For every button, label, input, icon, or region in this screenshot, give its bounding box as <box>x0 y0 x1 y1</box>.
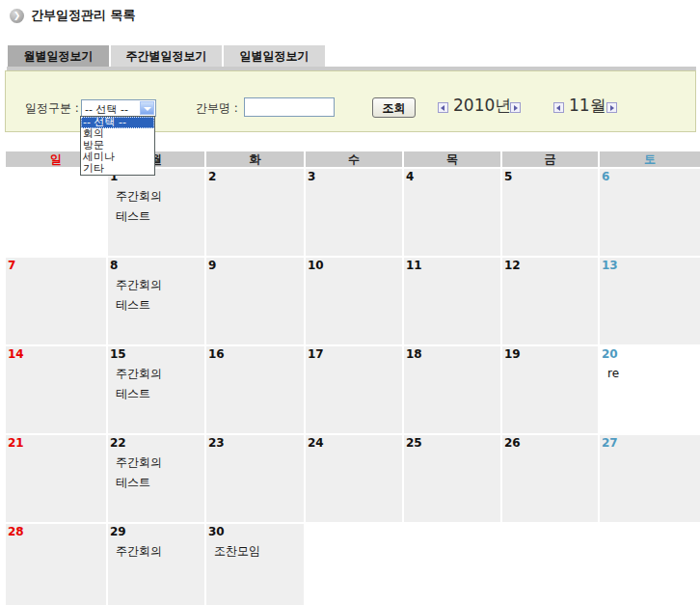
calendar-entry[interactable]: 테스트 <box>108 295 204 316</box>
calendar-cell[interactable]: 28 <box>6 524 106 605</box>
day-header: 화 <box>206 151 304 167</box>
day-number[interactable]: 24 <box>306 435 402 450</box>
day-number[interactable]: 5 <box>502 169 598 183</box>
day-header: 토 <box>600 151 700 167</box>
calendar-cell[interactable]: 14 <box>6 346 106 433</box>
day-number[interactable]: 10 <box>306 258 402 272</box>
calendar-entry[interactable]: 주간회의 <box>108 364 204 384</box>
calendar-entry[interactable]: 테스트 <box>108 206 204 227</box>
day-number[interactable]: 8 <box>108 258 204 272</box>
day-number[interactable]: 9 <box>206 258 304 272</box>
year-display: 2010년 <box>453 95 511 117</box>
day-number[interactable]: 2 <box>206 169 304 183</box>
calendar-cell[interactable]: 8주간회의테스트 <box>108 258 204 344</box>
day-number[interactable]: 19 <box>502 346 598 361</box>
entry-list: 주간회의테스트 <box>108 275 204 316</box>
entry-list: 주간회의테스트 <box>108 186 204 227</box>
day-number[interactable]: 28 <box>6 524 106 538</box>
day-number[interactable]: 16 <box>206 346 304 361</box>
executive-name-input[interactable] <box>244 97 335 117</box>
day-number[interactable]: 26 <box>502 435 598 450</box>
calendar-cell[interactable]: 1주간회의테스트 <box>108 169 204 256</box>
calendar-cell[interactable]: 3 <box>306 169 402 256</box>
calendar-entry[interactable]: 테스트 <box>108 473 204 493</box>
title-row: ❯ 간부일정관리 목록 <box>10 7 136 24</box>
calendar-cell[interactable]: 13 <box>600 258 700 344</box>
day-header: 수 <box>306 151 402 167</box>
name-label: 간부명 : <box>196 100 238 117</box>
day-number[interactable]: 18 <box>404 346 500 361</box>
day-number[interactable]: 6 <box>600 169 700 183</box>
day-number[interactable]: 29 <box>108 524 204 538</box>
day-number[interactable]: 3 <box>306 169 402 183</box>
day-number[interactable]: 27 <box>600 435 700 450</box>
calendar-cell-empty <box>502 524 598 605</box>
tab-daily-view[interactable]: 일별일정보기 <box>224 45 325 67</box>
calendar-cell[interactable]: 16 <box>206 346 304 433</box>
category-label: 일정구분 : <box>25 100 79 117</box>
entry-list: 주간회의 <box>108 541 204 562</box>
calendar-cell[interactable]: 30조찬모임 <box>206 524 304 605</box>
day-number[interactable]: 11 <box>404 258 500 272</box>
prev-month-button[interactable] <box>553 102 564 113</box>
calendar-cell[interactable]: 24 <box>306 435 402 522</box>
calendar-cell[interactable]: 11 <box>404 258 500 344</box>
calendar-entry[interactable]: 테스트 <box>108 384 204 404</box>
next-year-button[interactable] <box>510 102 521 113</box>
tab-weekly-view[interactable]: 주간별일정보기 <box>111 45 222 67</box>
calendar-cell-empty <box>404 524 500 605</box>
category-dropdown-list: -- 선택 --회의방문세미나기타 <box>80 116 155 176</box>
day-number[interactable]: 13 <box>600 258 700 272</box>
calendar-cell[interactable]: 23 <box>206 435 304 522</box>
calendar-entry[interactable]: 주간회의 <box>108 453 204 473</box>
calendar-cell[interactable]: 9 <box>206 258 304 344</box>
category-select[interactable]: -- 선택 -- <box>81 99 156 117</box>
prev-year-button[interactable] <box>438 102 448 113</box>
calendar-cell[interactable]: 7 <box>6 258 106 344</box>
day-number[interactable]: 22 <box>108 435 204 450</box>
day-number[interactable]: 7 <box>6 258 106 272</box>
category-option[interactable]: 기타 <box>81 163 154 175</box>
day-number[interactable]: 17 <box>306 346 402 361</box>
calendar-entry[interactable]: 주간회의 <box>108 186 204 206</box>
entry-list: re <box>600 364 700 384</box>
entry-list: 주간회의테스트 <box>108 453 204 493</box>
entry-list: 조찬모임 <box>206 541 304 562</box>
search-button[interactable]: 조회 <box>372 97 416 118</box>
calendar-cell[interactable]: 4 <box>404 169 500 256</box>
calendar-cell[interactable]: 26 <box>502 435 598 522</box>
calendar-cell[interactable]: 2 <box>206 169 304 256</box>
calendar-cell[interactable]: 17 <box>306 346 402 433</box>
day-number[interactable]: 21 <box>6 435 106 450</box>
calendar-entry[interactable]: re <box>600 364 700 384</box>
calendar-cell[interactable]: 20re <box>600 346 700 433</box>
next-month-button[interactable] <box>606 102 617 113</box>
calendar-entry[interactable]: 조찬모임 <box>206 541 304 562</box>
calendar-cell[interactable]: 29주간회의 <box>108 524 204 605</box>
day-number[interactable]: 14 <box>6 346 106 361</box>
calendar-cell[interactable]: 6 <box>600 169 700 256</box>
calendar-entry[interactable]: 주간회의 <box>108 275 204 295</box>
day-number[interactable]: 30 <box>206 524 304 538</box>
day-number[interactable]: 23 <box>206 435 304 450</box>
tab-monthly-view[interactable]: 월별일정보기 <box>8 45 109 67</box>
calendar-cell-empty <box>600 524 700 605</box>
calendar-cell[interactable]: 18 <box>404 346 500 433</box>
calendar-cell[interactable]: 10 <box>306 258 402 344</box>
calendar-cell[interactable]: 21 <box>6 435 106 522</box>
calendar-cell[interactable]: 19 <box>502 346 598 433</box>
day-number[interactable]: 4 <box>404 169 500 183</box>
calendar-cell[interactable]: 5 <box>502 169 598 256</box>
day-number[interactable]: 12 <box>502 258 598 272</box>
calendar-cell[interactable]: 12 <box>502 258 598 344</box>
dropdown-arrow-icon[interactable] <box>140 101 154 115</box>
calendar-cell[interactable]: 25 <box>404 435 500 522</box>
calendar-entry[interactable]: 주간회의 <box>108 541 204 562</box>
calendar-cell[interactable]: 15주간회의테스트 <box>108 346 204 433</box>
day-number[interactable]: 25 <box>404 435 500 450</box>
calendar-cell-empty <box>306 524 402 605</box>
day-number[interactable]: 20 <box>600 346 700 361</box>
calendar-cell[interactable]: 27 <box>600 435 700 522</box>
day-number[interactable]: 15 <box>108 346 204 361</box>
calendar-cell[interactable]: 22주간회의테스트 <box>108 435 204 522</box>
